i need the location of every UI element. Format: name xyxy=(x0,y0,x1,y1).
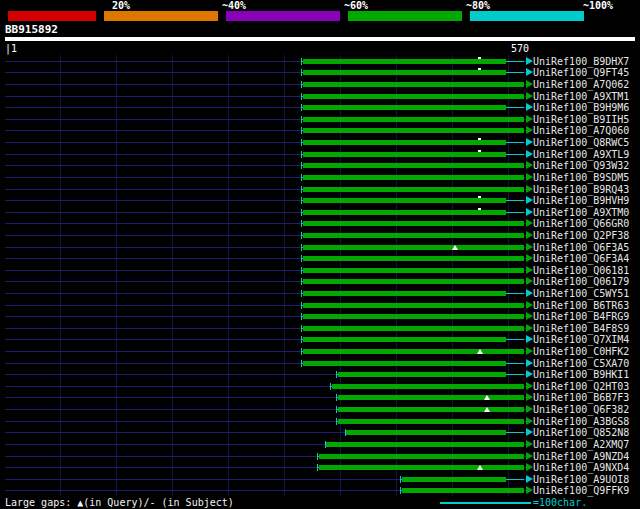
hit-link[interactable]: UniRef100_B9HVH9 xyxy=(533,195,629,206)
hit-link[interactable]: UniRef100_B4F8S9 xyxy=(533,322,629,333)
alignment-row: UniRef100_A9UOI8 xyxy=(0,473,640,485)
alignment-bar[interactable] xyxy=(301,335,524,344)
hit-link[interactable]: UniRef100_C0HFK2 xyxy=(533,346,629,357)
alignment-bar[interactable] xyxy=(301,231,524,240)
alignment-bar[interactable] xyxy=(301,347,524,356)
alignment-row: UniRef100_Q06181 xyxy=(0,264,640,276)
alignment-bar[interactable] xyxy=(301,196,524,205)
alignment-bar[interactable] xyxy=(301,208,524,217)
alignment-bar[interactable] xyxy=(301,57,524,66)
hit-link[interactable]: UniRef100_A9XTL9 xyxy=(533,148,629,159)
alignment-bar[interactable] xyxy=(336,417,524,426)
scale-label: 20% xyxy=(112,0,130,11)
query-gap-marker xyxy=(477,465,483,470)
alignment-bar[interactable] xyxy=(301,277,524,286)
hit-link[interactable]: UniRef100_Q06179 xyxy=(533,276,629,287)
hit-link[interactable]: UniRef100_A9NZD4 xyxy=(533,450,629,461)
hit-link[interactable]: UniRef100_A9XTM1 xyxy=(533,90,629,101)
hit-link[interactable]: UniRef100_Q9FT45 xyxy=(533,67,629,78)
alignment-row: UniRef100_Q2HT03 xyxy=(0,380,640,392)
hit-link[interactable]: UniRef100_Q6F3A5 xyxy=(533,241,629,252)
hit-link[interactable]: UniRef100_B9RQ43 xyxy=(533,183,629,194)
arrow-right-icon xyxy=(526,324,533,332)
alignment-bar[interactable] xyxy=(301,185,524,194)
alignment-bar[interactable] xyxy=(317,463,524,472)
hit-link[interactable]: UniRef100_Q06181 xyxy=(533,264,629,275)
alignment-bar[interactable] xyxy=(345,428,524,437)
alignment-bar[interactable] xyxy=(301,138,524,147)
hit-link[interactable]: UniRef100_B9H9M6 xyxy=(533,102,629,113)
hit-link[interactable]: UniRef100_B9SDM5 xyxy=(533,171,629,182)
hit-link[interactable]: UniRef100_B9HKI1 xyxy=(533,369,629,380)
hit-link[interactable]: UniRef100_A9NXD4 xyxy=(533,462,629,473)
alignment-row: UniRef100_B9SDM5 xyxy=(0,171,640,183)
alignment-bar[interactable] xyxy=(301,80,524,89)
hsp-segment xyxy=(303,70,506,75)
alignment-bar[interactable] xyxy=(301,312,524,321)
hit-link[interactable]: UniRef100_Q6F3A4 xyxy=(533,253,629,264)
alignment-bar[interactable] xyxy=(336,405,524,414)
arrow-right-icon xyxy=(526,486,533,494)
alignment-bar[interactable] xyxy=(301,266,524,275)
alignment-bar[interactable] xyxy=(330,382,524,391)
alignment-bar[interactable] xyxy=(301,103,524,112)
hsp-segment xyxy=(402,477,506,482)
arrow-right-icon xyxy=(526,196,533,204)
hit-link[interactable]: UniRef100_A9UOI8 xyxy=(533,473,629,484)
hsp-segment xyxy=(303,210,506,215)
alignment-bar[interactable] xyxy=(301,254,524,263)
hit-link[interactable]: UniRef100_A2XMQ7 xyxy=(533,438,629,449)
alignment-bar[interactable] xyxy=(301,243,524,252)
alignment-bar[interactable] xyxy=(301,68,524,77)
alignment-bar[interactable] xyxy=(301,92,524,101)
hit-link[interactable]: UniRef100_Q93W32 xyxy=(533,160,629,171)
hit-link[interactable]: UniRef100_Q2PF38 xyxy=(533,229,629,240)
hit-link[interactable]: UniRef100_B9DHX7 xyxy=(533,55,629,66)
query-bar xyxy=(5,37,635,41)
alignment-bar[interactable] xyxy=(301,161,524,170)
alignment-bar[interactable] xyxy=(301,289,524,298)
arrow-right-icon xyxy=(526,243,533,251)
hit-link[interactable]: UniRef100_C5XA70 xyxy=(533,357,629,368)
scale-label: ~100% xyxy=(583,0,613,11)
query-gap-marker xyxy=(452,245,458,250)
alignment-bar[interactable] xyxy=(301,115,524,124)
hit-link[interactable]: UniRef100_Q66GR0 xyxy=(533,218,629,229)
hit-link[interactable]: UniRef100_Q7XIM4 xyxy=(533,334,629,345)
hit-link[interactable]: UniRef100_A3BGS8 xyxy=(533,415,629,426)
hit-link[interactable]: UniRef100_A7Q060 xyxy=(533,125,629,136)
hsp-segment xyxy=(402,488,524,493)
hsp-segment xyxy=(326,442,524,447)
alignment-bar[interactable] xyxy=(301,150,524,159)
alignment-bar[interactable] xyxy=(301,126,524,135)
alignment-row: UniRef100_Q2PF38 xyxy=(0,229,640,241)
hit-link[interactable]: UniRef100_B6B7F3 xyxy=(533,392,629,403)
alignment-bar[interactable] xyxy=(336,370,524,379)
subject-gap-marker xyxy=(478,208,481,210)
hit-link[interactable]: UniRef100_Q9FFK9 xyxy=(533,485,629,496)
alignment-bar[interactable] xyxy=(400,475,524,484)
hit-link[interactable]: UniRef100_Q8RWC5 xyxy=(533,137,629,148)
alignment-bar[interactable] xyxy=(301,173,524,182)
alignment-bar[interactable] xyxy=(400,486,524,495)
alignment-bar[interactable] xyxy=(317,452,524,461)
hit-link[interactable]: UniRef100_B6TR63 xyxy=(533,299,629,310)
hit-link[interactable]: UniRef100_C5WY51 xyxy=(533,287,629,298)
hit-link[interactable]: UniRef100_B4FRG9 xyxy=(533,311,629,322)
hit-link[interactable]: UniRef100_Q6F382 xyxy=(533,404,629,415)
alignment-bar[interactable] xyxy=(301,219,524,228)
alignment-row: UniRef100_Q6F3A5 xyxy=(0,241,640,253)
alignment-bar[interactable] xyxy=(301,301,524,310)
hsp-segment xyxy=(338,407,524,412)
alignment-bar[interactable] xyxy=(301,359,524,368)
hit-link[interactable]: UniRef100_A9XTM0 xyxy=(533,206,629,217)
alignment-bar[interactable] xyxy=(301,324,524,333)
hit-link[interactable]: UniRef100_Q852N8 xyxy=(533,427,629,438)
alignment-bar[interactable] xyxy=(336,393,524,402)
alignment-row: UniRef100_C0HFK2 xyxy=(0,345,640,357)
arrow-right-icon xyxy=(526,80,533,88)
hit-link[interactable]: UniRef100_Q2HT03 xyxy=(533,380,629,391)
hit-link[interactable]: UniRef100_B9IIH5 xyxy=(533,113,629,124)
hit-link[interactable]: UniRef100_A7Q062 xyxy=(533,79,629,90)
alignment-bar[interactable] xyxy=(325,440,524,449)
